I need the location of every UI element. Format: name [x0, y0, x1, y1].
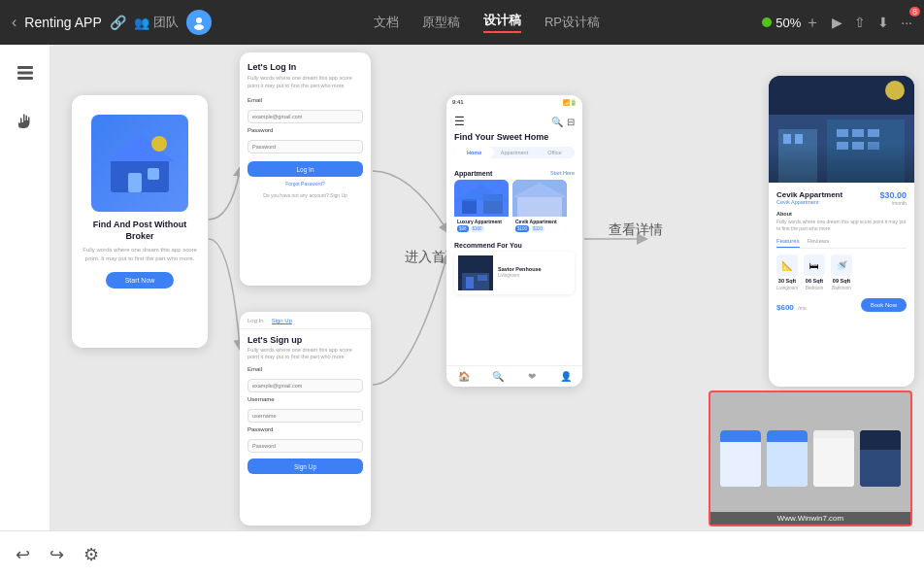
home-search-icon[interactable]: 🔍: [551, 117, 563, 127]
home-status-bar: 9:41 📶🔋: [446, 95, 582, 109]
redo-button[interactable]: ↪: [50, 544, 64, 565]
nav-docs[interactable]: 文档: [374, 14, 399, 31]
zoom-value: 50%: [776, 16, 801, 30]
apt-name-1: Luxury Appartment: [457, 219, 506, 224]
home-signal: 📶🔋: [563, 99, 577, 106]
feature-icon-bedroom: 🛏: [804, 255, 825, 276]
bottom-bar: ↩ ↪ ⚙: [0, 530, 924, 577]
svg-point-0: [196, 17, 202, 23]
home-screen: 9:41 📶🔋 ☰ 🔍 ⊟ Find Your Sweet Home Home …: [446, 95, 582, 387]
tab-login[interactable]: Log In: [248, 318, 264, 324]
feature-val-bathroom: 09 Sqft: [833, 278, 850, 284]
email-input[interactable]: [248, 110, 363, 123]
svg-rect-7: [128, 173, 142, 192]
bottom-nav-heart[interactable]: ❤: [514, 366, 548, 387]
play-button[interactable]: ▶: [832, 15, 842, 30]
splash-screen: Find And Post Without Broker Fully words…: [72, 95, 208, 348]
link-icon[interactable]: 🔗: [110, 15, 126, 30]
reg-username-input[interactable]: [248, 409, 363, 423]
team-icon: 👥: [134, 16, 149, 30]
reg-password-input[interactable]: [248, 439, 363, 453]
canvas-area[interactable]: 登录 注册 进入首页 查看详情 Find tout Find And Post …: [50, 45, 924, 530]
detail-per: /month: [879, 200, 907, 206]
detail-tab-reviews[interactable]: Reviews: [808, 238, 830, 248]
detail-bottom: $600 /mo Book Now: [776, 296, 907, 314]
nav-design[interactable]: 设计稿: [483, 12, 521, 33]
feature-bedroom: 🛏 06 Sqft Bedroom: [804, 255, 825, 290]
splash-desc: Fully words where one dream this app sco…: [80, 246, 200, 262]
detail-tab-features[interactable]: Features: [776, 238, 800, 248]
bottom-nav-profile[interactable]: 👤: [548, 366, 582, 387]
feature-label-bathroom: Bathroom: [832, 286, 851, 290]
top-bar-nav: 文档 原型稿 设计稿 RP设计稿: [219, 12, 755, 33]
reg-password-label: Password: [248, 426, 363, 432]
apt-name-2: Cevik Appartment: [515, 219, 564, 224]
top-bar: ‹ Renting APP 🔗 👥 团队 文档 原型稿 设计稿 RP设计稿 50…: [0, 0, 924, 45]
apt-card-1[interactable]: Luxury Appartment $96 $360: [454, 180, 509, 234]
svg-rect-28: [852, 129, 864, 137]
login-button[interactable]: Log In: [248, 161, 363, 177]
svg-rect-11: [462, 199, 477, 214]
svg-rect-15: [517, 194, 562, 217]
home-filter-icon[interactable]: ⊟: [567, 117, 575, 127]
preview-panel[interactable]: Www.Winwin7.com: [709, 390, 912, 526]
avatar[interactable]: [186, 10, 212, 35]
undo-button[interactable]: ↩: [16, 544, 30, 565]
password-input[interactable]: [248, 140, 363, 153]
apt-img-1: [454, 180, 509, 217]
home-tabs: Home Appartment Office: [454, 147, 575, 158]
login-title: Let's Log In: [248, 62, 363, 72]
status-dot: [762, 17, 772, 27]
zoom-plus-icon[interactable]: ＋: [805, 13, 820, 33]
recommend-section: Recommend For You Savior Penhouse Living…: [446, 242, 582, 294]
home-time: 9:41: [452, 99, 464, 105]
canvas-inner: 登录 注册 进入首页 查看详情 Find tout Find And Post …: [50, 45, 924, 530]
detail-tabs: Features Reviews: [776, 238, 907, 249]
left-sidebar: [0, 45, 50, 530]
layers-icon[interactable]: [9, 56, 42, 89]
apartment-more-link[interactable]: Start Here: [550, 170, 575, 176]
detail-img-overlay: [769, 144, 914, 183]
apt-card-2[interactable]: Cevik Appartment $100 $320: [512, 180, 567, 234]
apt-price-1: $96: [457, 225, 469, 232]
nav-rp[interactable]: RP设计稿: [544, 14, 600, 31]
detail-screen: Cevik Appartment Cevik Appartment $30.00…: [769, 76, 914, 387]
book-button[interactable]: Book Now: [861, 298, 907, 312]
home-tab-office[interactable]: Office: [535, 147, 575, 158]
home-greeting: Find Your Sweet Home: [454, 132, 575, 143]
svg-rect-3: [17, 72, 33, 75]
settings-button[interactable]: ⚙: [83, 544, 99, 565]
features-row: 📐 30 Sqft Livingroom 🛏 06 Sqft Bedroom 🚿…: [776, 255, 907, 290]
svg-rect-26: [795, 134, 803, 144]
book-per: /mo: [798, 305, 806, 311]
forgot-password-link[interactable]: Forgot Password?: [248, 181, 363, 187]
preview-thumb-4: [860, 430, 901, 487]
recommend-card-1[interactable]: Savior Penhouse Livingroom: [454, 252, 575, 294]
svg-rect-27: [837, 129, 848, 137]
more-button[interactable]: ···: [901, 15, 912, 30]
svg-rect-29: [868, 129, 879, 137]
zoom-control[interactable]: 50% ＋: [762, 13, 820, 33]
bottom-nav-home[interactable]: 🏠: [446, 366, 480, 387]
home-menu-icon[interactable]: ☰: [454, 115, 465, 128]
back-button[interactable]: ‹: [12, 14, 16, 31]
svg-rect-4: [17, 77, 33, 80]
nav-prototype[interactable]: 原型稿: [422, 14, 460, 31]
svg-rect-2: [17, 66, 33, 69]
reg-email-label: Email: [248, 366, 363, 372]
bottom-nav-search[interactable]: 🔍: [480, 366, 514, 387]
reg-email-input[interactable]: [248, 379, 363, 392]
splash-title: Find And Post Without Broker: [80, 220, 200, 242]
team-button[interactable]: 👥 团队: [134, 14, 179, 31]
flow-label-detail: 查看详情: [609, 221, 663, 239]
register-subtitle: Fully words where one dream this app sco…: [248, 347, 363, 360]
home-tab-home[interactable]: Home: [454, 147, 494, 158]
hand-icon[interactable]: [9, 105, 42, 138]
share-button[interactable]: ⇧: [854, 15, 866, 30]
download-button[interactable]: ⬇: [877, 15, 889, 30]
home-tab-apartment[interactable]: Appartment: [494, 147, 534, 158]
splash-start-button[interactable]: Start Now: [106, 272, 175, 288]
rec-img-1: [458, 255, 493, 290]
register-button[interactable]: Sign Up: [248, 458, 363, 474]
tab-signup[interactable]: Sign Up: [272, 318, 292, 324]
